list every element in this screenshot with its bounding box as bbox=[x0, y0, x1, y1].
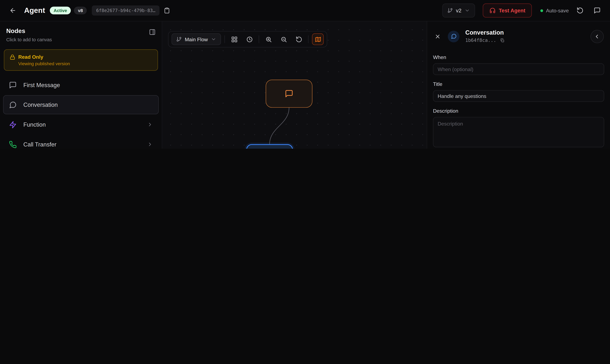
node-first-message[interactable] bbox=[266, 80, 312, 108]
copy-node-id-button[interactable] bbox=[499, 37, 505, 43]
minimap-toggle-button[interactable] bbox=[312, 33, 324, 45]
back-button[interactable] bbox=[7, 5, 19, 16]
toolbar-divider bbox=[225, 35, 225, 43]
test-agent-button[interactable]: Test Agent bbox=[483, 3, 532, 17]
grid-icon bbox=[231, 36, 238, 43]
zoom-out-icon bbox=[280, 36, 287, 43]
readonly-subtitle: Viewing published version bbox=[18, 61, 152, 66]
readonly-title-row: Read Only bbox=[10, 54, 152, 60]
chevron-right-icon bbox=[147, 141, 153, 147]
toolbar-divider bbox=[308, 35, 308, 43]
flow-canvas[interactable]: Main Flow bbox=[162, 21, 427, 149]
panel-left-icon bbox=[149, 28, 155, 35]
map-icon bbox=[315, 36, 321, 43]
phone-icon bbox=[9, 141, 17, 148]
zoom-in-icon bbox=[265, 36, 272, 43]
workflow-icon bbox=[176, 37, 181, 42]
copy-icon bbox=[500, 38, 505, 43]
sidebar-collapse-button[interactable] bbox=[148, 28, 156, 36]
when-label: When bbox=[433, 54, 604, 60]
git-branch-icon bbox=[447, 8, 453, 13]
when-input[interactable] bbox=[433, 63, 604, 75]
description-label: Description bbox=[433, 108, 604, 114]
flow-selector-label: Main Flow bbox=[185, 36, 208, 42]
sidebar-subtitle: Click to add to canvas bbox=[6, 37, 155, 42]
test-agent-label: Test Agent bbox=[499, 8, 525, 13]
autosave-label: Auto-save bbox=[546, 8, 569, 13]
panel-close-icon-button[interactable] bbox=[433, 32, 442, 41]
node-type-list: First Message Conversation Function bbox=[0, 73, 162, 149]
message-square-icon bbox=[9, 81, 17, 89]
panel-header: Conversation 1b64f8ca... bbox=[427, 21, 610, 48]
arrow-left-icon bbox=[9, 7, 16, 14]
sidebar-header: Nodes Click to add to canvas bbox=[0, 21, 162, 45]
topbar-left: Agent Active v8 6f8e2677-b94c-479b-83… bbox=[7, 5, 173, 16]
sidebar-title: Nodes bbox=[6, 28, 155, 35]
flow-selector[interactable]: Main Flow bbox=[172, 33, 221, 45]
sidebar-item-label: First Message bbox=[23, 82, 153, 88]
copy-id-button[interactable] bbox=[161, 5, 173, 16]
topbar: Agent Active v8 6f8e2677-b94c-479b-83… v… bbox=[0, 0, 610, 21]
node-config-panel: Conversation 1b64f8ca... bbox=[427, 21, 610, 149]
nodes-sidebar: Nodes Click to add to canvas Read Only V… bbox=[0, 21, 162, 149]
zap-icon bbox=[9, 121, 17, 128]
headphones-icon bbox=[489, 7, 496, 14]
chevron-left-icon bbox=[594, 33, 600, 39]
panel-title-group: Conversation 1b64f8ca... bbox=[465, 29, 505, 44]
canvas-toolbar: Main Flow bbox=[168, 31, 327, 47]
flow-version-label: v2 bbox=[456, 8, 461, 13]
history-button[interactable] bbox=[244, 33, 255, 45]
title-input[interactable] bbox=[433, 90, 604, 102]
auto-layout-button[interactable] bbox=[228, 33, 240, 45]
clipboard-icon bbox=[164, 7, 170, 14]
app-root: Agent Active v8 6f8e2677-b94c-479b-83… v… bbox=[0, 0, 610, 149]
zoom-in-button[interactable] bbox=[263, 33, 274, 45]
node-conversation-selected[interactable]: Handle any questions bbox=[246, 144, 293, 149]
autosave-indicator: Auto-save bbox=[541, 8, 569, 13]
sidebar-item-function[interactable]: Function bbox=[3, 115, 159, 134]
sidebar-item-label: Call Transfer bbox=[23, 141, 140, 148]
chevron-down-icon bbox=[465, 8, 470, 13]
readonly-title: Read Only bbox=[18, 54, 43, 60]
flow-version-selector[interactable]: v2 bbox=[442, 3, 475, 17]
main-area: Nodes Click to add to canvas Read Only V… bbox=[0, 21, 610, 149]
rotate-ccw-icon bbox=[296, 36, 302, 43]
panel-form: When Title Description bbox=[427, 48, 610, 149]
rotate-ccw-icon bbox=[577, 7, 583, 14]
panel-title: Conversation bbox=[465, 29, 505, 36]
clock-icon bbox=[246, 36, 253, 43]
chat-button[interactable] bbox=[591, 5, 603, 16]
toolbar-divider bbox=[259, 35, 259, 43]
version-badge: v8 bbox=[74, 7, 87, 14]
sidebar-item-label: Conversation bbox=[23, 101, 153, 108]
sidebar-item-first-message[interactable]: First Message bbox=[3, 75, 159, 94]
node-id: 1b64f8ca... bbox=[465, 38, 496, 43]
node-id-row: 1b64f8ca... bbox=[465, 37, 505, 43]
page-title: Agent bbox=[24, 6, 45, 15]
close-icon bbox=[435, 33, 441, 39]
undo-button[interactable] bbox=[574, 5, 586, 16]
edge-first-to-conversation bbox=[270, 108, 289, 144]
title-label: Title bbox=[433, 81, 604, 87]
node-type-avatar bbox=[448, 30, 459, 42]
reset-view-button[interactable] bbox=[293, 33, 305, 45]
readonly-banner: Read Only Viewing published version bbox=[4, 49, 158, 71]
topbar-right: v2 Test Agent Auto-save bbox=[442, 3, 603, 17]
message-circle-icon bbox=[9, 101, 17, 109]
message-square-icon bbox=[594, 7, 601, 14]
description-input[interactable] bbox=[433, 117, 604, 147]
sidebar-item-conversation[interactable]: Conversation bbox=[3, 95, 159, 114]
chevron-down-icon bbox=[211, 37, 216, 42]
agent-id-field[interactable]: 6f8e2677-b94c-479b-83… bbox=[92, 5, 160, 15]
zoom-out-button[interactable] bbox=[278, 33, 290, 45]
status-badge: Active bbox=[50, 7, 71, 14]
autosave-status-dot bbox=[541, 9, 543, 12]
lock-icon bbox=[10, 54, 15, 60]
panel-collapse-button[interactable] bbox=[591, 30, 604, 43]
message-square-icon bbox=[285, 89, 293, 98]
sidebar-item-call-transfer[interactable]: Call Transfer bbox=[3, 135, 159, 149]
chevron-right-icon bbox=[147, 122, 153, 128]
sidebar-item-label: Function bbox=[23, 121, 140, 128]
message-circle-icon bbox=[451, 33, 457, 39]
